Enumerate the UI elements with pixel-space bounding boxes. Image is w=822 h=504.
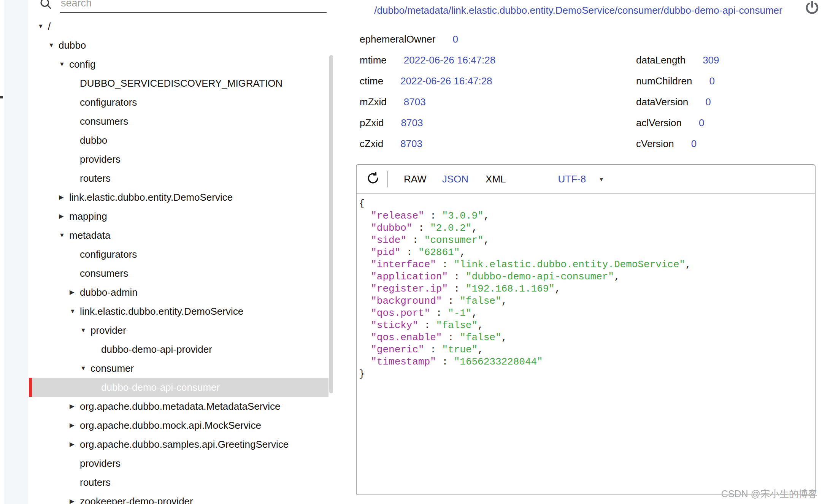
zookeeper-tree-panel: ▼/▼dubbo▼configDUBBO_SERVICEDISCOVERY_MI… xyxy=(29,0,328,504)
tree-node[interactable]: dubbo xyxy=(29,131,328,150)
tree-caret-icon[interactable]: ▼ xyxy=(59,226,69,245)
tree-scrollbar[interactable] xyxy=(329,55,333,393)
tree-node[interactable]: ▶dubbo-admin xyxy=(29,283,328,302)
stat-value: 2022-06-26 16:47:28 xyxy=(400,75,492,87)
tree-node[interactable]: ▼consumer xyxy=(29,359,328,378)
tree-node[interactable]: ▶org.apache.dubbo.samples.api.GreetingSe… xyxy=(29,435,328,454)
tree-node-label: consumers xyxy=(80,268,128,279)
refresh-button[interactable] xyxy=(366,172,380,186)
tree-node[interactable]: ▼dubbo xyxy=(29,36,328,55)
tree-node[interactable]: consumers xyxy=(29,112,328,131)
stat-row: dataVersion0 xyxy=(636,92,719,113)
tab-json[interactable]: JSON xyxy=(442,173,468,185)
stat-label: cZxid xyxy=(360,138,383,150)
tree-node-label: DUBBO_SERVICEDISCOVERY_MIGRATION xyxy=(80,78,282,89)
node-data-panel: RAW JSON XML UTF-8 ▼ { "release" : "3.0.… xyxy=(356,164,816,495)
tree-caret-icon[interactable]: ▶ xyxy=(70,397,80,416)
tree-node[interactable]: DUBBO_SERVICEDISCOVERY_MIGRATION xyxy=(29,74,328,93)
tree-node[interactable]: routers xyxy=(29,473,328,492)
stat-row: aclVersion0 xyxy=(636,113,719,133)
tree-node-label: dubbo xyxy=(80,135,107,146)
stat-label: dataLength xyxy=(636,54,686,66)
encoding-select[interactable]: UTF-8 ▼ xyxy=(558,173,605,185)
power-button[interactable] xyxy=(804,0,820,17)
tree-node-label: providers xyxy=(80,458,121,469)
tree-node-label: consumer xyxy=(90,363,134,374)
tree-node[interactable]: ▼provider xyxy=(29,321,328,340)
tree-node-label: config xyxy=(69,59,95,70)
tree-node[interactable]: configurators xyxy=(29,245,328,264)
tree-caret-icon[interactable]: ▶ xyxy=(59,207,69,226)
tree-node[interactable]: ▶org.apache.dubbo.mock.api.MockService xyxy=(29,416,328,435)
chevron-down-icon: ▼ xyxy=(598,176,604,182)
toolbar-divider xyxy=(387,171,388,187)
stat-label: pZxid xyxy=(360,117,384,129)
stat-label: ctime xyxy=(360,75,383,87)
tree-node[interactable]: dubbo-demo-api-provider xyxy=(29,340,328,359)
left-edge-panel xyxy=(4,0,28,504)
watermark: CSDN @宋小生的博客 xyxy=(721,488,817,500)
tree-node-label: org.apache.dubbo.metadata.MetadataServic… xyxy=(80,401,281,412)
data-toolbar: RAW JSON XML UTF-8 ▼ xyxy=(357,165,815,194)
stat-label: mtime xyxy=(360,54,387,66)
tree-node[interactable]: routers xyxy=(29,169,328,188)
stat-value: 0 xyxy=(705,96,711,108)
tree-node-label: link.elastic.dubbo.entity.DemoService xyxy=(80,306,243,317)
tree-caret-icon[interactable]: ▼ xyxy=(59,55,69,74)
tree-caret-icon[interactable]: ▶ xyxy=(70,435,80,454)
tree-node-label: zookeeper-demo-provider xyxy=(80,496,193,504)
stat-label: aclVersion xyxy=(636,117,682,129)
tree-node[interactable]: ▼metadata xyxy=(29,226,328,245)
tree-node[interactable]: ▶org.apache.dubbo.metadata.MetadataServi… xyxy=(29,397,328,416)
tree-node[interactable]: providers xyxy=(29,150,328,169)
tree-node[interactable]: ▶mapping xyxy=(29,207,328,226)
stat-label: mZxid xyxy=(360,96,387,108)
search-input[interactable] xyxy=(60,0,275,11)
tree-caret-icon[interactable]: ▼ xyxy=(70,302,80,321)
tree-node[interactable]: providers xyxy=(29,454,328,473)
stat-value: 0 xyxy=(691,138,697,150)
stats-left-column: ephemeralOwner0mtime2022-06-26 16:47:28c… xyxy=(360,29,495,154)
tree-node[interactable]: ▼config xyxy=(29,55,328,74)
tree-caret-icon[interactable]: ▼ xyxy=(80,359,90,378)
tree-node[interactable]: configurators xyxy=(29,93,328,112)
tree-node[interactable]: dubbo-demo-api-consumer xyxy=(29,378,328,397)
tree-node-label: configurators xyxy=(80,249,137,260)
stat-row: dataLength309 xyxy=(636,50,719,71)
node-data-content[interactable]: { "release" : "3.0.9", "dubbo" : "2.0.2"… xyxy=(357,194,815,380)
tree-node-label: org.apache.dubbo.mock.api.MockService xyxy=(80,420,261,431)
stats-right-column: dataLength309numChildren0dataVersion0acl… xyxy=(636,50,719,154)
node-path: /dubbo/metadata/link.elastic.dubbo.entit… xyxy=(335,5,822,16)
tree-caret-icon[interactable]: ▼ xyxy=(80,321,90,340)
tree-node-label: consumers xyxy=(80,116,128,127)
tree-caret-icon[interactable]: ▼ xyxy=(38,17,48,36)
stat-value: 8703 xyxy=(401,117,423,129)
tree-caret-icon[interactable]: ▶ xyxy=(70,416,80,435)
stat-row: cVersion0 xyxy=(636,133,719,154)
stat-label: dataVersion xyxy=(636,96,688,108)
selected-node-marker xyxy=(29,378,32,397)
stat-value: 309 xyxy=(703,54,719,66)
tree-caret-icon[interactable]: ▶ xyxy=(70,492,80,504)
tree-node[interactable]: ▼link.elastic.dubbo.entity.DemoService xyxy=(29,302,328,321)
stat-value: 8703 xyxy=(400,138,422,150)
stat-label: cVersion xyxy=(636,138,674,150)
tree-node[interactable]: ▼/ xyxy=(29,17,328,36)
tree-node[interactable]: consumers xyxy=(29,264,328,283)
tree-node-label: configurators xyxy=(80,97,137,108)
stat-row: ctime2022-06-26 16:47:28 xyxy=(360,71,495,92)
tree-caret-icon[interactable]: ▼ xyxy=(48,36,59,55)
tab-xml[interactable]: XML xyxy=(486,173,506,185)
power-icon xyxy=(804,0,820,17)
tree-node-label: metadata xyxy=(69,230,110,241)
stat-row: mZxid8703 xyxy=(360,92,495,113)
panel-collapse-handle[interactable] xyxy=(0,96,3,98)
tree-node-label: routers xyxy=(80,477,111,488)
tab-raw[interactable]: RAW xyxy=(404,173,427,185)
tree-node[interactable]: ▶zookeeper-demo-provider xyxy=(29,492,328,504)
tree-node-label: dubbo-admin xyxy=(80,287,138,298)
tree-caret-icon[interactable]: ▶ xyxy=(70,283,80,302)
tree-node[interactable]: ▶link.elastic.dubbo.entity.DemoService xyxy=(29,188,328,207)
tree-caret-icon[interactable]: ▶ xyxy=(59,188,69,207)
stat-value: 8703 xyxy=(404,96,426,108)
